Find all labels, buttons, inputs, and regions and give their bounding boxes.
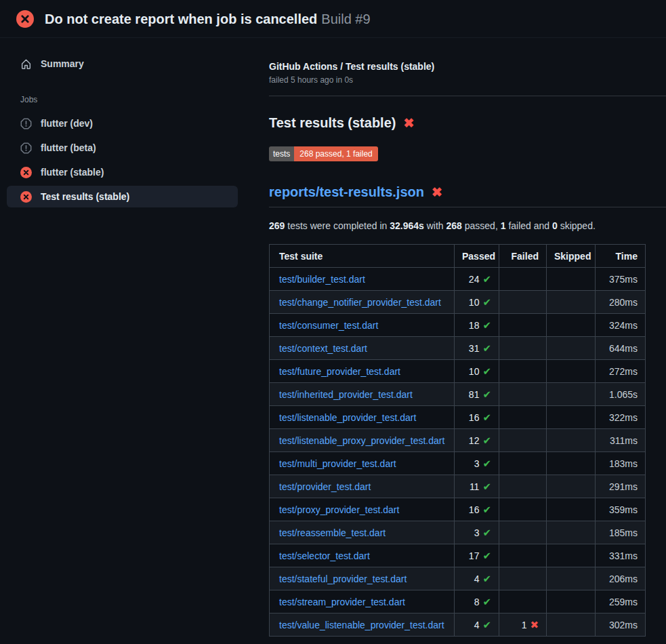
test-suite-link[interactable]: test/listenable_provider_test.dart [279, 412, 416, 423]
failed-count-cell [499, 521, 547, 544]
x-circle-icon [20, 191, 32, 203]
passed-count: 16 [469, 504, 480, 515]
test-suite-link[interactable]: test/stateful_provider_test.dart [279, 573, 407, 584]
test-suite-cell: test/listenable_provider_test.dart [270, 406, 455, 429]
passed-count: 16 [469, 412, 480, 423]
check-icon: ✔ [482, 550, 491, 561]
sidebar-item-label: flutter (stable) [41, 166, 104, 178]
time-cell: 322ms [596, 406, 646, 429]
failed-count: 1 [522, 620, 527, 630]
summary-text-segment: passed, [462, 220, 501, 231]
check-icon: ✔ [482, 596, 491, 607]
time-cell: 206ms [596, 567, 646, 590]
test-suite-link[interactable]: test/context_test.dart [279, 343, 367, 354]
passed-count: 4 [474, 620, 480, 630]
check-icon: ✔ [482, 435, 491, 446]
passed-count-cell: 12✔ [455, 429, 499, 452]
test-suite-link[interactable]: test/provider_test.dart [279, 481, 371, 492]
summary-text-segment: 269 [269, 220, 285, 231]
skipped-count-cell [547, 475, 596, 498]
test-suite-cell: test/change_notifier_provider_test.dart [270, 291, 455, 314]
passed-count-cell: 81✔ [455, 383, 499, 406]
check-run-heading: Test results (stable) ✖ [269, 114, 666, 132]
main-panel: GitHub Actions / Test results (stable) f… [249, 38, 666, 637]
test-suite-link[interactable]: test/future_provider_test.dart [279, 366, 400, 377]
passed-count: 8 [474, 597, 480, 607]
sidebar-item-label: flutter (dev) [41, 117, 93, 129]
test-suite-link[interactable]: test/multi_provider_test.dart [279, 458, 396, 469]
stop-icon [20, 118, 32, 129]
test-suite-cell: test/future_provider_test.dart [270, 360, 455, 383]
badge-value: 268 passed, 1 failed [294, 146, 377, 161]
test-suite-link[interactable]: test/stream_provider_test.dart [279, 597, 405, 607]
sidebar-item-job-4[interactable]: Test results (stable) [7, 186, 238, 207]
skipped-count-cell [547, 383, 596, 406]
section-divider [269, 96, 666, 96]
time-cell: 291ms [596, 475, 646, 498]
run-status-text: failed 5 hours ago in 0s [269, 75, 666, 85]
skipped-count-cell [547, 498, 596, 521]
failed-count-cell [499, 429, 547, 452]
test-suite-link[interactable]: test/inherited_provider_test.dart [279, 389, 413, 400]
summary-text-segment: with [424, 220, 446, 231]
passed-count-cell: 3✔ [455, 521, 499, 544]
skipped-count-cell [547, 314, 596, 337]
passed-count-cell: 4✔ [455, 567, 499, 590]
check-run-title: Test results (stable) [269, 114, 396, 132]
test-suite-link[interactable]: test/builder_test.dart [279, 274, 365, 285]
test-suite-link[interactable]: test/consumer_test.dart [279, 320, 378, 331]
sidebar-item-job-1[interactable]: flutter (dev) [7, 113, 238, 134]
check-icon: ✔ [482, 273, 491, 285]
passed-count-cell: 3✔ [455, 452, 499, 475]
test-suite-cell: test/context_test.dart [270, 337, 455, 360]
column-header-skipped: Skipped [547, 245, 596, 268]
test-suite-link[interactable]: test/listenable_proxy_provider_test.dart [279, 435, 444, 446]
skipped-count-cell [547, 429, 596, 452]
passed-count-cell: 16✔ [455, 498, 499, 521]
table-row: test/stream_provider_test.dart8✔259ms [270, 590, 646, 613]
passed-count: 24 [469, 274, 480, 285]
test-suite-link[interactable]: test/selector_test.dart [279, 550, 370, 561]
summary-text-segment: 0 [552, 220, 558, 231]
sidebar-item-summary[interactable]: Summary [7, 53, 238, 75]
passed-count: 81 [469, 389, 480, 400]
summary-text-segment: failed and [506, 220, 553, 231]
sidebar-item-label: flutter (beta) [41, 142, 96, 154]
stop-icon [20, 142, 32, 154]
test-suite-link[interactable]: test/value_listenable_provider_test.dart [279, 620, 444, 630]
test-suite-link[interactable]: test/proxy_provider_test.dart [279, 504, 399, 515]
test-suite-cell: test/stateful_provider_test.dart [270, 567, 455, 590]
time-cell: 183ms [596, 452, 646, 475]
test-suite-cell: test/consumer_test.dart [270, 314, 455, 337]
summary-text-segment: skipped. [558, 220, 596, 231]
test-suite-cell: test/stream_provider_test.dart [270, 590, 455, 613]
sidebar-item-job-2[interactable]: flutter (beta) [7, 137, 238, 159]
failed-x-icon: ✖ [432, 186, 442, 199]
failed-count-cell [499, 268, 547, 291]
failed-count-cell [499, 544, 547, 567]
time-cell: 185ms [596, 521, 646, 544]
passed-count: 10 [469, 366, 480, 377]
failed-count-cell [499, 337, 547, 360]
test-suite-link[interactable]: test/reassemble_test.dart [279, 527, 386, 538]
sidebar-item-job-3[interactable]: flutter (stable) [7, 161, 238, 183]
table-row: test/selector_test.dart17✔331ms [270, 544, 646, 567]
table-row: test/builder_test.dart24✔375ms [270, 268, 646, 291]
skipped-count-cell [547, 544, 596, 567]
check-icon: ✔ [482, 527, 491, 538]
failed-count-cell [499, 406, 547, 429]
sidebar: Summary Jobs flutter (dev)flutter (beta)… [0, 38, 249, 210]
badge-label: tests [269, 146, 294, 161]
failed-count-cell [499, 383, 547, 406]
test-suite-link[interactable]: test/change_notifier_provider_test.dart [279, 297, 441, 308]
sidebar-item-label: Summary [41, 58, 84, 70]
passed-count-cell: 31✔ [455, 337, 499, 360]
passed-count: 10 [469, 297, 480, 308]
report-file-link[interactable]: reports/test-results.json [269, 183, 424, 201]
table-row: test/reassemble_test.dart3✔185ms [270, 521, 646, 544]
passed-count-cell: 10✔ [455, 360, 499, 383]
table-row: test/listenable_proxy_provider_test.dart… [270, 429, 646, 452]
build-number: Build #9 [321, 12, 370, 26]
skipped-count-cell [547, 613, 596, 637]
failed-count-cell [499, 475, 547, 498]
